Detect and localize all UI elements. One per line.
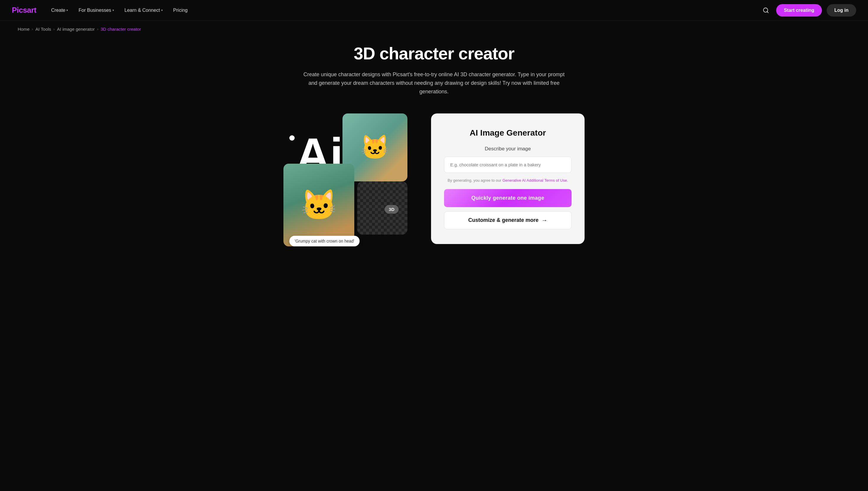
image-description-input[interactable] (444, 156, 571, 173)
chevron-down-icon: ▾ (161, 8, 163, 12)
breadcrumb-separator-2: › (54, 27, 55, 31)
badge-3d: 3D (385, 205, 399, 213)
breadcrumb-separator-3: › (97, 27, 98, 31)
nav-label-learn: Learn & Connect (125, 8, 160, 13)
hero-description: Create unique character designs with Pic… (301, 70, 567, 96)
breadcrumb: Home › AI Tools › AI image generator › 3… (0, 21, 868, 37)
main-content: Ai 🐱 🐱 3D 'Grumpy cat with crown on head… (0, 96, 868, 270)
terms-prefix: By generating, you agree to our (447, 178, 502, 182)
cat-illustration-bottom (357, 181, 407, 235)
cat-illustration-main: 🐱 (283, 164, 354, 247)
customize-button[interactable]: Customize & generate more → (444, 211, 571, 229)
navbar: Picsart Create ▾ For Businesses ▾ Learn … (0, 0, 868, 21)
breadcrumb-ai-image-generator[interactable]: AI image generator (57, 27, 95, 32)
search-icon (763, 7, 769, 13)
terms-text: By generating, you agree to our Generati… (444, 178, 571, 182)
generate-button[interactable]: Quickly generate one image (444, 189, 571, 207)
chevron-down-icon: ▾ (113, 8, 114, 12)
start-creating-button[interactable]: Start creating (776, 4, 822, 17)
nav-links: Create ▾ For Businesses ▾ Learn & Connec… (47, 5, 192, 16)
nav-label-businesses: For Businesses (79, 8, 111, 13)
image-display-area: Ai 🐱 🐱 3D 'Grumpy cat with crown on head… (283, 113, 407, 252)
login-button[interactable]: Log in (827, 4, 856, 17)
hero-section: 3D character creator Create unique chara… (0, 37, 868, 96)
panel-title: AI Image Generator (444, 128, 571, 138)
terms-link[interactable]: Generative AI Additional Terms of Use. (502, 178, 568, 182)
ai-dot (289, 135, 294, 141)
cat-image-bottom-right (357, 181, 407, 235)
breadcrumb-current: 3D character creator (101, 27, 141, 32)
navbar-left: Picsart Create ▾ For Businesses ▾ Learn … (12, 5, 192, 16)
chevron-down-icon: ▾ (66, 8, 68, 12)
nav-item-learn[interactable]: Learn & Connect ▾ (120, 5, 167, 16)
breadcrumb-separator-1: › (32, 27, 33, 31)
arrow-right-icon: → (541, 217, 547, 224)
nav-label-pricing: Pricing (173, 8, 188, 13)
cat-image-main: 🐱 (283, 164, 354, 247)
nav-item-create[interactable]: Create ▾ (47, 5, 72, 16)
navbar-right: Start creating Log in (760, 4, 856, 17)
nav-label-create: Create (51, 8, 65, 13)
nav-item-pricing[interactable]: Pricing (169, 5, 192, 16)
customize-label: Customize & generate more (468, 217, 538, 223)
breadcrumb-home[interactable]: Home (18, 27, 30, 32)
page-title: 3D character creator (12, 44, 856, 63)
logo-text: Picsart (12, 6, 36, 15)
search-button[interactable] (760, 5, 771, 16)
svg-line-1 (767, 11, 768, 13)
generator-panel: AI Image Generator Describe your image B… (431, 113, 585, 244)
logo[interactable]: Picsart (12, 6, 36, 15)
prompt-label: 'Grumpy cat with crown on head' (289, 236, 360, 247)
nav-item-businesses[interactable]: For Businesses ▾ (74, 5, 118, 16)
panel-subtitle: Describe your image (444, 146, 571, 152)
breadcrumb-ai-tools[interactable]: AI Tools (35, 27, 51, 32)
